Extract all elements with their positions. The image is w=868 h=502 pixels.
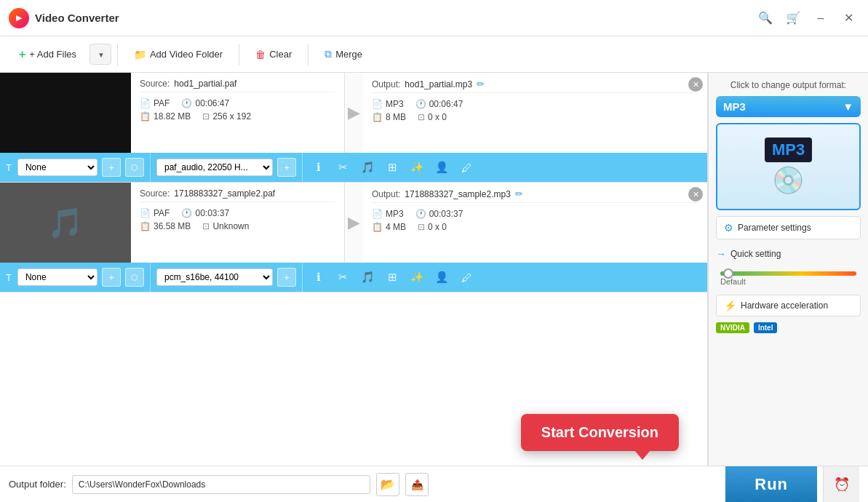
audio-btn-1[interactable]: 🎵 bbox=[358, 157, 378, 178]
nvidia-badge: NVIDIA bbox=[716, 322, 749, 333]
trim-select-2[interactable]: None bbox=[17, 268, 97, 286]
crop-btn-1[interactable]: ⊞ bbox=[383, 157, 403, 178]
file-row-1: Source: hod1_partial.paf 📄 PAF 🕐 bbox=[0, 73, 707, 153]
quick-setting-row: → Quick setting bbox=[716, 245, 861, 263]
file-details-2: Source: 1718883327_sample2.paf 📄 PAF 🕐 bbox=[131, 183, 344, 263]
folder-icon: 📁 bbox=[134, 49, 146, 60]
output-resolution-item-1: ⊡ 0 x 0 bbox=[418, 112, 447, 122]
add-trim-1[interactable]: + bbox=[102, 158, 121, 177]
browse-folder-button[interactable]: 📂 bbox=[376, 473, 399, 496]
hw-icon: ⚡ bbox=[724, 300, 736, 311]
format-icon-1: 📄 bbox=[140, 98, 151, 108]
edit-output-name-2[interactable]: ✏ bbox=[515, 188, 523, 199]
audio-btn-2[interactable]: 🎵 bbox=[358, 267, 378, 287]
file-output-details-1: Output: hod1_partial.mp3 ✏ 📄 MP3 🕐 bbox=[363, 73, 707, 128]
crop-btn-2[interactable]: ⊞ bbox=[383, 267, 403, 287]
quality-slider-thumb[interactable] bbox=[723, 268, 733, 279]
output-path-input[interactable] bbox=[72, 475, 370, 494]
subtitle-btn-1[interactable]: 👤 bbox=[432, 157, 453, 178]
quick-setting-label: Quick setting bbox=[730, 249, 781, 259]
effects-btn-1[interactable]: ✨ bbox=[407, 157, 428, 178]
bottom-bar: Output folder: 📂 📤 Run ⏰ bbox=[0, 466, 868, 502]
subtitle-btn-2[interactable]: 👤 bbox=[432, 267, 453, 287]
info-btn-2[interactable]: ℹ bbox=[308, 267, 329, 287]
duration-icon-1: 🕐 bbox=[181, 98, 192, 108]
file-left-1: Source: hod1_partial.paf 📄 PAF 🕐 bbox=[0, 73, 345, 153]
cut-btn-1[interactable]: ✂ bbox=[333, 157, 354, 178]
watermark-1[interactable]: ⬡ bbox=[125, 158, 144, 177]
source-size-item-2: 📋 36.58 MB bbox=[140, 221, 191, 231]
start-conversion-label: Start Conversion bbox=[541, 424, 658, 440]
source-duration-2: 00:03:37 bbox=[195, 208, 229, 218]
file-right-2: Output: 1718883327_sample2.mp3 ✏ 📄 MP3 🕐 bbox=[363, 183, 707, 263]
open-folder-button[interactable]: 📤 bbox=[405, 473, 429, 496]
clear-button[interactable]: 🗑 Clear bbox=[245, 44, 302, 65]
cart-button[interactable]: 🛒 bbox=[782, 7, 804, 29]
merge-button[interactable]: ⧉ Merge bbox=[314, 44, 373, 65]
source-resolution-item-2: ⊡ Unknown bbox=[202, 221, 249, 231]
toolbar-divider bbox=[117, 44, 118, 65]
format-change-label: Click to change output format: bbox=[716, 80, 861, 90]
edit-output-name-1[interactable]: ✏ bbox=[477, 79, 485, 89]
output-label-1: Output: bbox=[372, 79, 400, 89]
output-name-1: hod1_partial.mp3 bbox=[405, 79, 472, 89]
minimize-button[interactable]: – bbox=[810, 7, 832, 29]
audio-select-2[interactable]: pcm_s16be, 44100 bbox=[156, 268, 273, 286]
add-video-folder-button[interactable]: 📁 Add Video Folder bbox=[124, 44, 233, 65]
alarm-button[interactable]: ⏰ bbox=[823, 466, 859, 503]
close-file-1-button[interactable]: ✕ bbox=[688, 77, 703, 92]
output-size-icon-2: 📋 bbox=[372, 222, 383, 232]
source-format-item-1: 📄 PAF bbox=[140, 98, 170, 108]
output-size-2: 4 MB bbox=[386, 222, 406, 232]
run-button[interactable]: Run bbox=[725, 466, 817, 503]
hw-accel-button[interactable]: ⚡ Hardware acceleration bbox=[716, 295, 861, 316]
search-button[interactable]: 🔍 bbox=[754, 7, 776, 29]
cut-btn-2[interactable]: ✂ bbox=[333, 267, 354, 287]
source-label-1: Source: bbox=[140, 79, 170, 89]
clear-icon: 🗑 bbox=[255, 49, 266, 60]
output-duration-icon-1: 🕐 bbox=[415, 99, 426, 109]
more-btn-2[interactable]: 🖊 bbox=[457, 267, 477, 287]
output-duration-icon-2: 🕐 bbox=[415, 209, 426, 219]
output-format-2: MP3 bbox=[386, 209, 404, 219]
add-files-dropdown[interactable]: ▼ bbox=[89, 44, 111, 65]
duration-icon-2: 🕐 bbox=[181, 208, 192, 218]
ctrl-split-1 bbox=[150, 153, 151, 182]
res-icon-2: ⊡ bbox=[202, 221, 210, 231]
cd-icon: 💿 bbox=[772, 165, 805, 196]
param-settings-button[interactable]: ⚙ Parameter settings bbox=[716, 216, 861, 239]
trim-select-1[interactable]: None bbox=[17, 159, 97, 176]
intel-badge: Intel bbox=[754, 322, 778, 333]
source-size-item-1: 📋 18.82 MB bbox=[140, 111, 191, 121]
more-btn-1[interactable]: 🖊 bbox=[457, 157, 477, 178]
format-selector[interactable]: MP3 ▼ bbox=[716, 96, 861, 117]
add-audio-1[interactable]: + bbox=[277, 158, 296, 177]
source-name-1: hod1_partial.paf bbox=[174, 79, 236, 89]
add-icon: + bbox=[19, 48, 25, 61]
source-format-1: PAF bbox=[154, 98, 170, 108]
source-size-2: 36.58 MB bbox=[154, 221, 191, 231]
title-bar: Video Converter 🔍 🛒 – ✕ bbox=[0, 0, 868, 36]
output-format-icon-2: 📄 bbox=[372, 209, 383, 219]
source-size-1: 18.82 MB bbox=[154, 111, 191, 121]
source-format-item-2: 📄 PAF bbox=[140, 208, 170, 218]
info-btn-1[interactable]: ℹ bbox=[308, 157, 329, 178]
add-files-button[interactable]: + + Add Files bbox=[9, 44, 87, 65]
close-file-2-button[interactable]: ✕ bbox=[688, 187, 703, 202]
alarm-icon: ⏰ bbox=[834, 477, 850, 493]
file-source-row-2: Source: 1718883327_sample2.paf bbox=[140, 188, 335, 202]
quality-slider-track[interactable] bbox=[720, 271, 856, 276]
watermark-2[interactable]: ⬡ bbox=[125, 268, 144, 287]
effects-btn-2[interactable]: ✨ bbox=[407, 267, 428, 287]
output-duration-item-1: 🕐 00:06:47 bbox=[415, 99, 463, 109]
add-trim-2[interactable]: + bbox=[102, 268, 121, 287]
output-duration-2: 00:03:37 bbox=[429, 209, 463, 219]
hw-accel-label: Hardware acceleration bbox=[741, 300, 828, 311]
add-audio-2[interactable]: + bbox=[277, 268, 296, 287]
audio-select-1[interactable]: paf_audio, 22050 H... bbox=[156, 159, 273, 176]
close-button[interactable]: ✕ bbox=[837, 7, 859, 29]
arrow-2: ▶ bbox=[345, 183, 363, 263]
merge-icon: ⧉ bbox=[324, 48, 332, 60]
file-details-1: Source: hod1_partial.paf 📄 PAF 🕐 bbox=[131, 73, 344, 153]
start-conversion-popup[interactable]: Start Conversion bbox=[521, 414, 679, 451]
